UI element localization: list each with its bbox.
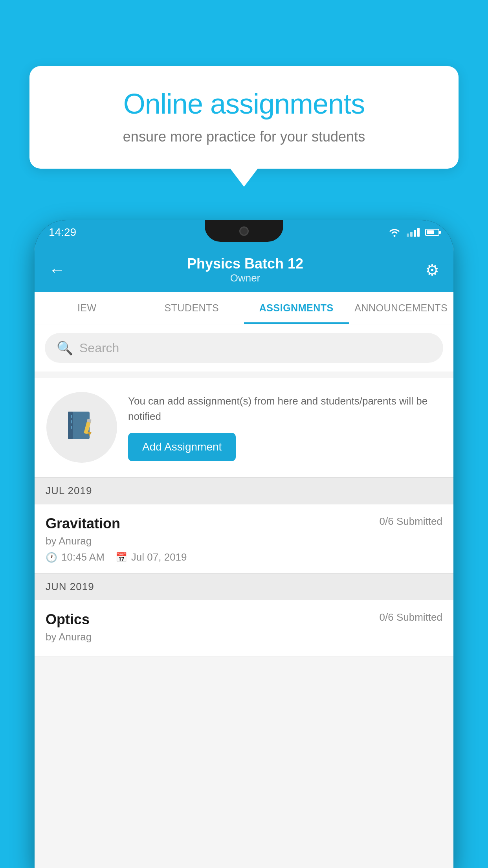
status-icons — [388, 228, 439, 237]
assignment-time-value: 10:45 AM — [61, 551, 105, 563]
wifi-icon — [388, 228, 401, 237]
search-input-wrap[interactable]: 🔍 Search — [45, 333, 443, 363]
notebook-icon — [62, 408, 101, 447]
back-button[interactable]: ← — [49, 261, 65, 280]
assignment-row: Optics 0/6 Submitted — [46, 611, 442, 628]
svg-rect-5 — [71, 426, 72, 429]
svg-rect-3 — [71, 415, 72, 418]
add-assignment-promo: You can add assignment(s) from here and … — [35, 378, 453, 477]
assignment-submitted-optics: 0/6 Submitted — [380, 611, 442, 623]
speech-bubble: Online assignments ensure more practice … — [29, 66, 459, 169]
assignment-name-optics: Optics — [46, 611, 90, 628]
header-subtitle: Owner — [187, 272, 303, 284]
assignment-submitted: 0/6 Submitted — [380, 515, 442, 528]
tab-assignments[interactable]: ASSIGNMENTS — [244, 292, 349, 324]
tab-bar: IEW STUDENTS ASSIGNMENTS ANNOUNCEMENTS — [35, 292, 453, 324]
search-bar: 🔍 Search — [35, 324, 453, 371]
phone-screen: ← Physics Batch 12 Owner ⚙ IEW STUDENTS … — [35, 245, 453, 868]
svg-rect-4 — [71, 420, 72, 423]
promo-content: You can add assignment(s) from here and … — [128, 394, 442, 461]
header-center: Physics Batch 12 Owner — [187, 256, 303, 284]
camera — [239, 226, 249, 236]
status-bar: 14:29 — [35, 220, 453, 245]
promo-icon-circle — [46, 392, 117, 463]
add-assignment-button[interactable]: Add Assignment — [128, 433, 236, 461]
assignment-item-optics[interactable]: Optics 0/6 Submitted by Anurag — [35, 600, 453, 657]
assignment-time: 🕐 10:45 AM — [46, 551, 105, 563]
search-icon: 🔍 — [57, 340, 73, 356]
svg-rect-2 — [68, 412, 73, 439]
battery-icon — [425, 229, 439, 236]
svg-point-0 — [394, 235, 396, 237]
section-header-jul: JUL 2019 — [35, 477, 453, 504]
assignment-date-value: Jul 07, 2019 — [131, 551, 187, 563]
assignment-item-gravitation[interactable]: Gravitation 0/6 Submitted by Anurag 🕐 10… — [35, 504, 453, 573]
header-title: Physics Batch 12 — [187, 256, 303, 272]
tab-students[interactable]: STUDENTS — [139, 292, 244, 324]
search-placeholder: Search — [79, 341, 119, 355]
assignment-by-optics: by Anurag — [46, 631, 442, 643]
phone-frame: 14:29 — [35, 220, 453, 868]
signal-icon — [407, 228, 420, 237]
assignment-by: by Anurag — [46, 535, 442, 547]
assignment-name: Gravitation — [46, 515, 120, 532]
clock-icon: 🕐 — [46, 552, 57, 563]
assignment-row: Gravitation 0/6 Submitted — [46, 515, 442, 532]
tab-announcements[interactable]: ANNOUNCEMENTS — [349, 292, 454, 324]
notch — [205, 220, 283, 242]
settings-icon[interactable]: ⚙ — [425, 261, 439, 279]
assignment-meta: 🕐 10:45 AM 📅 Jul 07, 2019 — [46, 551, 442, 563]
assignment-date: 📅 Jul 07, 2019 — [116, 551, 187, 563]
app-header: ← Physics Batch 12 Owner ⚙ — [35, 245, 453, 292]
calendar-icon: 📅 — [116, 552, 127, 563]
promo-description: You can add assignment(s) from here and … — [128, 394, 442, 424]
status-time: 14:29 — [49, 226, 76, 239]
tab-iew[interactable]: IEW — [35, 292, 139, 324]
section-header-jun: JUN 2019 — [35, 573, 453, 600]
bubble-title: Online assignments — [55, 88, 433, 120]
bubble-subtitle: ensure more practice for your students — [55, 129, 433, 145]
screen-content: 🔍 Search — [35, 324, 453, 868]
